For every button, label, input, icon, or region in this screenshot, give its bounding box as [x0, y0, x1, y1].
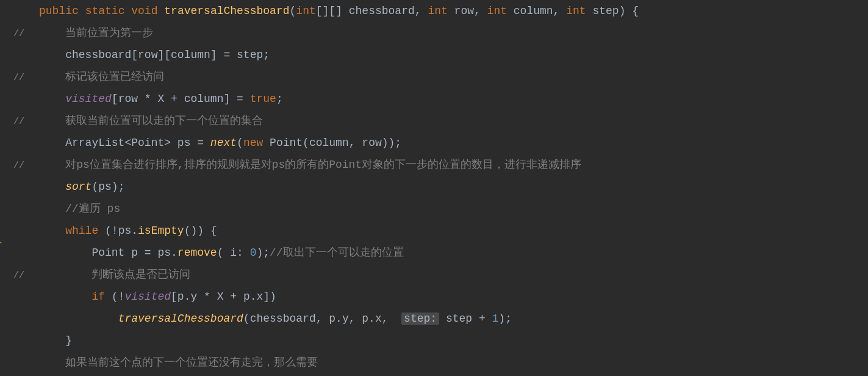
code-editor: public static void traversalChessboard(i…: [0, 0, 868, 376]
fn-isEmpty: isEmpty: [138, 225, 184, 237]
line-gutter-13: //: [0, 269, 30, 283]
code-line-14: if (!visited[p.y * X + p.x]): [0, 288, 868, 310]
line-content-13: 判断该点是否已访问: [30, 266, 868, 284]
keyword-static: static: [85, 5, 125, 17]
code-line-4: // 标记该位置已经访问: [0, 68, 868, 90]
line-content-5: visited[row * X + column] = true;: [30, 90, 868, 108]
comment-zh-1: 当前位置为第一步: [39, 27, 153, 39]
code-line-9: sort(ps);: [0, 178, 868, 200]
code-line-15: traversalChessboard(chessboard, p.y, p.x…: [0, 310, 868, 332]
code-line-17: 如果当前这个点的下一个位置还没有走完，那么需要: [0, 354, 868, 376]
keyword-new: new: [243, 137, 263, 149]
var-visited: visited: [65, 93, 112, 105]
code-line-8: // 对ps位置集合进行排序,排序的规则就是对ps的所有的Point对象的下一步…: [0, 156, 868, 178]
line-content-3: chessboard[row][column] = step;: [30, 46, 868, 64]
keyword-if: if: [91, 291, 105, 303]
line-content-8: 对ps位置集合进行排序,排序的规则就是对ps的所有的Point对象的下一步的位置…: [30, 156, 868, 174]
fn-traversal2: traversalChessboard: [118, 313, 243, 325]
line-gutter-8: //: [0, 159, 30, 173]
num-1: 1: [492, 313, 499, 325]
line-gutter-2: //: [0, 27, 30, 42]
line-content-6: 获取当前位置可以走的下一个位置的集合: [30, 112, 868, 130]
code-line-2: // 当前位置为第一步: [0, 24, 868, 46]
var-visited2: visited: [124, 291, 171, 303]
code-line-16: }: [0, 332, 868, 354]
comment-zh-4: 对ps位置集合进行排序,排序的规则就是对ps的所有的Point对象的下一步的位置…: [39, 159, 581, 171]
comment-takeout: //取出下一个可以走的位置: [270, 247, 404, 259]
num-0: 0: [250, 247, 257, 259]
line-content-9: sort(ps);: [30, 178, 868, 196]
line-content-2: 当前位置为第一步: [30, 24, 868, 42]
line-gutter-4: //: [0, 71, 30, 85]
line-content-4: 标记该位置已经访问: [30, 68, 868, 86]
type-int4: int: [566, 5, 586, 17]
comment-zh-3: 获取当前位置可以走的下一个位置的集合: [39, 115, 263, 127]
type-int3: int: [487, 5, 507, 17]
line-content-17: 如果当前这个点的下一个位置还没有走完，那么需要: [30, 354, 868, 372]
keyword-void: void: [131, 5, 157, 17]
fn-traversal: traversalChessboard: [164, 5, 289, 17]
fn-remove: remove: [178, 247, 217, 259]
line-gutter-6: //: [0, 115, 30, 129]
comment-zh-5: 判断该点是否已访问: [39, 269, 190, 281]
code-line-5: visited[row * X + column] = true;: [0, 90, 868, 112]
line-content-1: public static void traversalChessboard(i…: [30, 2, 868, 20]
comment-traverse: //遍历 ps: [39, 203, 120, 215]
comment-zh-6: 如果当前这个点的下一个位置还没有走完，那么需要: [39, 356, 318, 369]
code-line-6: // 获取当前位置可以走的下一个位置的集合: [0, 112, 868, 134]
line-content-16: }: [30, 332, 868, 350]
label-step: step:: [401, 313, 439, 325]
code-line-11: ▶ while (!ps.isEmpty()) {: [0, 222, 868, 244]
line-content-11: while (!ps.isEmpty()) {: [30, 222, 868, 240]
line-content-7: ArrayList<Point> ps = next(new Point(col…: [30, 134, 868, 152]
code-line-7: ArrayList<Point> ps = next(new Point(col…: [0, 134, 868, 156]
keyword-public: public: [39, 5, 79, 17]
keyword-true: true: [250, 93, 276, 105]
fn-next: next: [210, 137, 237, 149]
type-int1: int: [296, 5, 315, 17]
type-int2: int: [428, 5, 447, 17]
comment-zh-2: 标记该位置已经访问: [39, 71, 164, 83]
line-content-10: //遍历 ps: [30, 200, 868, 218]
code-line-13: // 判断该点是否已访问: [0, 266, 868, 288]
fn-sort: sort: [65, 181, 91, 193]
keyword-while: while: [65, 225, 98, 237]
line-content-12: Point p = ps.remove( i: 0);//取出下一个可以走的位置: [30, 244, 868, 262]
line-content-15: traversalChessboard(chessboard, p.y, p.x…: [30, 310, 868, 328]
code-line-12: Point p = ps.remove( i: 0);//取出下一个可以走的位置: [0, 244, 868, 266]
code-line-10: //遍历 ps: [0, 200, 868, 222]
line-content-14: if (!visited[p.y * X + p.x]): [30, 288, 868, 306]
code-line-1: public static void traversalChessboard(i…: [0, 2, 868, 24]
code-line-3: chessboard[row][column] = step;: [0, 46, 868, 68]
